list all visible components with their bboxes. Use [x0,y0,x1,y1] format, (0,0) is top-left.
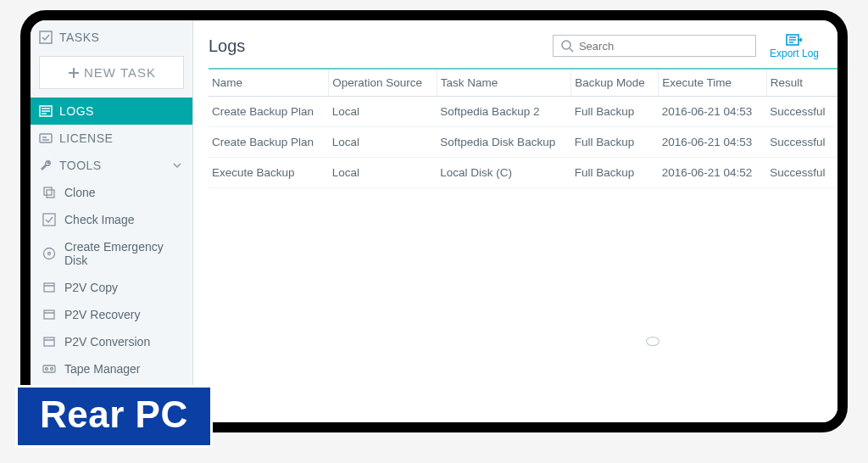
cell-task: Softpedia Backup 2 [437,97,570,127]
sidebar-tools-label: TOOLS [59,159,102,172]
sidebar-item-tape-manager[interactable]: Tape Manager [31,355,192,382]
sidebar-item-label: Clone [64,186,96,199]
disk-icon [42,247,56,260]
column-header-operation-source[interactable]: Operation Source [329,69,437,97]
export-log-button[interactable]: Export Log [766,32,822,59]
svg-point-7 [48,253,51,255]
search-icon [560,39,574,53]
tape-icon [42,362,56,376]
svg-rect-2 [40,134,52,142]
table-row[interactable]: Create Backup Plan Local Softpedia Backu… [209,97,837,127]
cell-name: Create Backup Plan [209,97,329,127]
sidebar-item-create-emergency-disk[interactable]: Create Emergency Disk [31,233,192,274]
cell-result: Successful [766,158,837,188]
sidebar-item-label: Check Image [64,213,134,226]
search-box[interactable] [553,35,756,57]
svg-point-13 [51,368,53,371]
tools-submenu: Clone Check Image Create Emergency Disk … [31,179,192,382]
sidebar-item-p2v-conversion[interactable]: P2V Conversion [31,328,192,355]
sidebar-item-p2v-copy[interactable]: P2V Copy [31,274,192,301]
svg-rect-3 [44,187,52,195]
cell-source: Local [329,97,437,127]
new-task-button[interactable]: NEW TASK [39,56,184,89]
table-row[interactable]: Execute Backup Local Local Disk (C) Full… [209,158,837,188]
svg-rect-4 [47,190,54,198]
sidebar-item-clone[interactable]: Clone [31,179,192,206]
sidebar-item-label: Tape Manager [64,362,141,376]
license-icon [39,131,53,145]
checklist-icon [39,31,53,44]
check-icon [42,213,56,226]
sidebar-section-license[interactable]: LICENSE [31,125,192,152]
cell-name: Create Backup Plan [209,127,329,158]
table-header-row: Name Operation Source Task Name Backup M… [209,69,837,97]
svg-point-14 [562,41,570,49]
chevron-down-icon [170,159,184,172]
watermark-badge: Rear PC [15,385,213,448]
loading-indicator [646,337,659,346]
table-row[interactable]: Create Backup Plan Local Softpedia Disk … [209,127,837,158]
box-icon [42,308,56,321]
cell-mode: Full Backup [571,158,659,188]
column-header-result[interactable]: Result [766,69,837,97]
column-header-execute-time[interactable]: Execute Time [659,69,766,97]
sidebar-logs-label: LOGS [59,104,94,118]
svg-rect-10 [44,337,54,346]
cell-source: Local [329,158,437,188]
list-icon [39,104,53,118]
export-icon [786,32,803,47]
device-frame: TASKS NEW TASK LOGS LICENSE [20,10,848,432]
sidebar-license-label: LICENSE [59,131,113,145]
column-header-task-name[interactable]: Task Name [437,69,570,97]
page-title: Logs [209,36,245,56]
cell-mode: Full Backup [571,97,659,127]
svg-rect-8 [44,283,54,292]
search-input[interactable] [579,40,748,53]
cell-source: Local [329,127,437,158]
box-icon [42,335,56,349]
cell-result: Successful [766,127,837,158]
svg-rect-5 [43,214,55,226]
main-header: Logs Export Log [193,20,837,68]
cell-task: Local Disk (C) [437,158,570,188]
clone-icon [42,186,56,199]
cell-time: 2016-06-21 04:52 [659,158,766,188]
sidebar-tasks-label: TASKS [59,31,99,44]
sidebar-item-label: Create Emergency Disk [64,240,181,267]
svg-rect-9 [44,310,54,319]
sidebar-section-tasks[interactable]: TASKS [31,24,192,51]
sidebar-item-label: P2V Conversion [64,335,150,349]
column-header-name[interactable]: Name [209,69,329,97]
cell-time: 2016-06-21 04:53 [659,127,766,158]
box-icon [42,281,56,294]
export-log-label: Export Log [770,47,819,59]
logs-table: Name Operation Source Task Name Backup M… [193,68,837,188]
cell-result: Successful [766,97,837,127]
main-panel: Logs Export Log [193,20,837,422]
cell-name: Execute Backup [209,158,329,188]
sidebar-section-logs[interactable]: LOGS [31,98,192,125]
sidebar-item-p2v-recovery[interactable]: P2V Recovery [31,301,192,328]
sidebar: TASKS NEW TASK LOGS LICENSE [31,20,193,422]
sidebar-section-tools[interactable]: TOOLS [31,152,192,179]
new-task-label: NEW TASK [84,65,156,80]
svg-rect-0 [40,31,52,43]
svg-point-6 [44,248,55,259]
column-header-backup-mode[interactable]: Backup Mode [571,69,659,97]
cell-mode: Full Backup [571,127,659,158]
cell-time: 2016-06-21 04:53 [659,97,766,127]
svg-point-12 [46,368,48,371]
cell-task: Softpedia Disk Backup [437,127,570,158]
plus-icon [67,66,81,80]
wrench-icon [39,159,53,172]
sidebar-item-check-image[interactable]: Check Image [31,206,192,233]
sidebar-item-label: P2V Recovery [64,308,140,321]
sidebar-item-label: P2V Copy [64,281,118,294]
